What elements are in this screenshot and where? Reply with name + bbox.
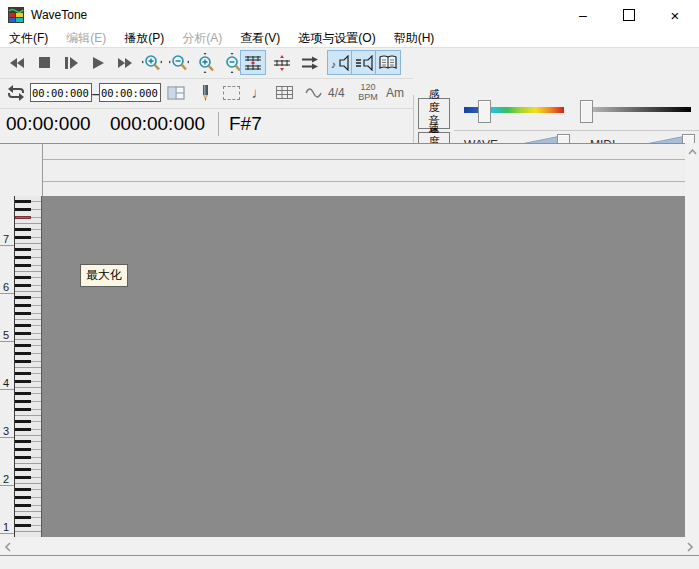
menu-help[interactable]: 帮助(H)	[385, 30, 444, 47]
black-key[interactable]	[15, 256, 31, 259]
spectrum-slider-thumb[interactable]	[478, 100, 491, 123]
key-boundary	[15, 415, 41, 416]
toolbar-row-transport: ♪	[0, 48, 413, 79]
piano-keyboard[interactable]	[14, 196, 42, 537]
black-key[interactable]	[15, 516, 31, 519]
maximize-button[interactable]	[606, 0, 652, 30]
fast-forward-button[interactable]	[112, 50, 138, 75]
black-key[interactable]	[15, 420, 31, 423]
black-key[interactable]	[15, 360, 31, 363]
spectrogram-canvas[interactable]	[42, 196, 685, 537]
note-list-button[interactable]	[271, 80, 297, 105]
black-key[interactable]	[15, 284, 31, 287]
split-window-button[interactable]	[163, 80, 189, 105]
black-key[interactable]	[15, 476, 31, 479]
step-play-button[interactable]	[58, 50, 84, 75]
title-bar[interactable]: WaveTone – ×	[0, 0, 699, 30]
key-boundary	[15, 243, 41, 244]
volume-slider-thumb[interactable]	[580, 100, 593, 123]
note-tool-button[interactable]: ♩	[245, 80, 271, 105]
black-key[interactable]	[15, 276, 31, 279]
black-key[interactable]	[15, 496, 31, 499]
time-readout-main: 00:00:000	[6, 113, 91, 135]
readout-divider	[218, 112, 219, 136]
black-key[interactable]	[15, 344, 31, 347]
black-key[interactable]	[15, 324, 31, 327]
scroll-right-arrow[interactable]	[684, 540, 696, 553]
loop-button[interactable]	[3, 80, 29, 105]
black-key[interactable]	[15, 372, 31, 375]
wave-speaker-button[interactable]: ♪	[327, 50, 353, 75]
black-key[interactable]	[15, 208, 31, 211]
octave-divider	[0, 533, 14, 534]
zoom-in-vertical-button[interactable]	[193, 50, 219, 75]
zoom-in-horizontal-button[interactable]	[139, 50, 165, 75]
midi-speaker-button[interactable]	[351, 50, 377, 75]
octave-divider	[0, 389, 14, 390]
stop-button[interactable]	[31, 50, 57, 75]
highlighted-key[interactable]	[15, 216, 31, 219]
score-book-button[interactable]	[375, 50, 401, 75]
black-key[interactable]	[15, 304, 31, 307]
key-boundary	[15, 339, 41, 340]
black-key[interactable]	[15, 488, 31, 491]
toolbar-row-readout: 00:00:000 000:00:000 F#7	[0, 108, 413, 142]
scroll-up-arrow[interactable]	[685, 146, 699, 158]
scroll-left-arrow[interactable]	[2, 540, 14, 553]
compress-view-button[interactable]	[240, 50, 266, 75]
black-key[interactable]	[15, 332, 31, 335]
play-button[interactable]	[85, 50, 111, 75]
key-label[interactable]: Am	[386, 86, 404, 100]
minimize-button[interactable]: –	[560, 0, 606, 30]
black-key[interactable]	[15, 264, 31, 267]
black-key[interactable]	[15, 456, 31, 459]
bpm-value: 120	[360, 82, 375, 92]
waveform-button[interactable]	[300, 80, 326, 105]
zoom-out-horizontal-button[interactable]	[166, 50, 192, 75]
black-key[interactable]	[15, 312, 31, 315]
chevron-left-icon	[5, 542, 11, 552]
octave-divider	[0, 437, 14, 438]
pencil-button[interactable]	[192, 80, 218, 105]
menu-view[interactable]: 查看(V)	[231, 30, 289, 47]
close-button[interactable]: ×	[652, 0, 698, 30]
time-signature-label[interactable]: 4/4	[328, 86, 345, 100]
black-key[interactable]	[15, 200, 31, 203]
select-region-button[interactable]	[218, 80, 244, 105]
black-key[interactable]	[15, 400, 31, 403]
octave-label: 3	[0, 425, 12, 437]
bpm-readout[interactable]: 120BPM	[356, 82, 380, 102]
rewind-button[interactable]	[4, 50, 30, 75]
app-icon	[8, 7, 24, 23]
black-key[interactable]	[15, 428, 31, 431]
menu-play[interactable]: 播放(P)	[115, 30, 173, 47]
marquee-icon	[223, 86, 240, 100]
black-key[interactable]	[15, 440, 31, 443]
octave-divider	[0, 245, 14, 246]
horizontal-scrollbar[interactable]	[0, 537, 699, 556]
swap-arrows-button[interactable]	[297, 50, 323, 75]
black-key[interactable]	[15, 392, 31, 395]
black-key[interactable]	[15, 228, 31, 231]
black-key[interactable]	[15, 380, 31, 383]
volume-gradient-track[interactable]	[585, 107, 691, 112]
vertical-scrollbar[interactable]	[685, 143, 699, 537]
wave-speaker-icon: ♪	[331, 55, 350, 71]
step-play-icon	[64, 57, 78, 69]
black-key[interactable]	[15, 236, 31, 239]
time-readout-alt: 000:00:000	[110, 113, 205, 135]
loop-start-input[interactable]	[30, 83, 92, 102]
black-key[interactable]	[15, 504, 31, 507]
octave-label: 2	[0, 473, 12, 485]
menu-options[interactable]: 选项与设置(O)	[289, 30, 384, 47]
black-key[interactable]	[15, 248, 31, 251]
black-key[interactable]	[15, 408, 31, 411]
black-key[interactable]	[15, 468, 31, 471]
black-key[interactable]	[15, 448, 31, 451]
expand-view-button[interactable]	[269, 50, 295, 75]
black-key[interactable]	[15, 524, 31, 527]
loop-end-input[interactable]	[99, 83, 161, 102]
black-key[interactable]	[15, 296, 31, 299]
menu-file[interactable]: 文件(F)	[0, 30, 57, 47]
black-key[interactable]	[15, 352, 31, 355]
